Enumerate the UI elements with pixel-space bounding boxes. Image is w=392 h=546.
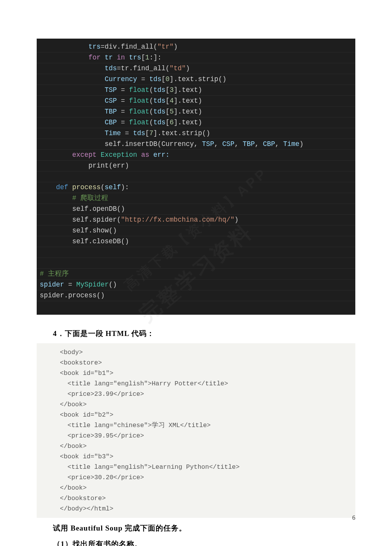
code-line: trs=div.find_all("tr") (37, 42, 355, 53)
code-line: Currency = tds[0].text.strip() (37, 74, 355, 85)
code-line (37, 301, 355, 312)
code-line: tds=tr.find_all("td") (37, 63, 355, 74)
code-line (37, 171, 355, 182)
code-line: spider.process() (37, 290, 355, 301)
page-number: 6 (352, 514, 355, 521)
code-line: CBP = float(tds[6].text) (37, 117, 355, 128)
code-line: CSP = float(tds[4].text) (37, 96, 355, 107)
code-line: TSP = float(tds[3].text) (37, 85, 355, 96)
code-line: # 爬取过程 (37, 193, 355, 204)
code-line: def process(self): (37, 182, 355, 193)
task-instruction: 试用 Beautiful Soup 完成下面的任务。 (53, 523, 355, 533)
code-line: spider = MySpider() (37, 280, 355, 290)
code-line: except Exception as err: (37, 150, 355, 161)
python-code-block: trs=div.find_all("tr") for tr in trs[1:]… (37, 39, 355, 315)
code-line (37, 258, 355, 269)
code-line: self.show() (37, 226, 355, 236)
code-line: self.insertDB(Currency, TSP, CSP, TBP, C… (37, 139, 355, 150)
code-line: self.openDB() (37, 204, 355, 215)
code-line: self.closeDB() (37, 236, 355, 247)
code-line: for tr in trs[1:]: (37, 53, 355, 63)
code-line: # 主程序 (37, 269, 355, 280)
code-line (37, 247, 355, 258)
question-heading: 4．下面是一段 HTML 代码： (53, 329, 355, 339)
subtask-instruction: （1）找出所有书的名称。 (53, 539, 355, 546)
code-line: Time = tds[7].text.strip() (37, 128, 355, 139)
html-code-block: <body> <bookstore> <book id="b1"> <title… (37, 343, 355, 518)
code-line: print(err) (37, 161, 355, 171)
code-line: TBP = float(tds[5].text) (37, 107, 355, 117)
code-line: self.spider("http://fx.cmbchina.com/hq/"… (37, 215, 355, 226)
